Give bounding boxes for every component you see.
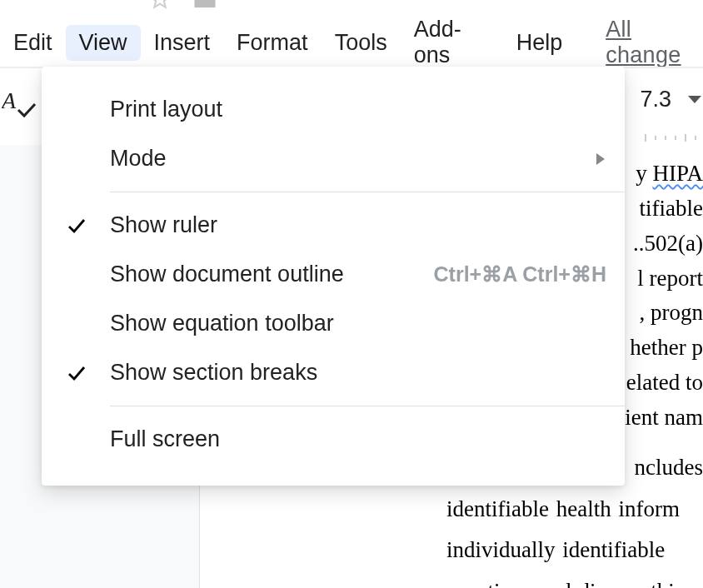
zoom-value: 7.3 — [640, 87, 671, 112]
menu-format[interactable]: Format — [223, 25, 322, 61]
chevron-down-icon — [688, 96, 701, 103]
menu-divider — [110, 406, 625, 406]
menu-item-print-layout[interactable]: Print layout — [42, 85, 625, 134]
menu-item-label: Full screen — [93, 426, 606, 452]
star-icon[interactable] — [149, 0, 171, 10]
check-icon — [67, 365, 93, 381]
menu-item-label: Mode — [93, 146, 595, 172]
menu-addons[interactable]: Add-ons — [401, 12, 503, 73]
menu-edit[interactable]: Edit — [0, 25, 66, 61]
view-dropdown-menu: Print layout Mode Show ruler Show docume… — [42, 67, 625, 486]
menu-item-label: Show document outline — [93, 262, 434, 287]
menu-item-show-equation[interactable]: Show equation toolbar — [42, 299, 625, 348]
menu-item-shortcut: Ctrl+⌘A Ctrl+⌘H — [434, 262, 606, 287]
svg-marker-0 — [152, 0, 170, 7]
menu-item-label: Show section breaks — [93, 360, 606, 386]
menu-item-label: Print layout — [93, 97, 606, 122]
spellcheck-icon[interactable]: A — [2, 90, 38, 118]
menu-view[interactable]: View — [66, 25, 141, 61]
all-changes-link[interactable]: All change — [606, 17, 703, 68]
document-title[interactable]: ıc HIPAA — [0, 0, 112, 7]
menu-help[interactable]: Help — [503, 25, 576, 61]
menu-insert[interactable]: Insert — [141, 25, 224, 61]
svg-marker-2 — [596, 153, 605, 165]
submenu-arrow-icon — [595, 152, 606, 166]
text-fragment: y — [636, 161, 652, 186]
text-fragment: individually identifiable — [200, 533, 703, 568]
menu-divider — [110, 192, 625, 192]
menu-item-show-outline[interactable]: Show document outline Ctrl+⌘A Ctrl+⌘H — [42, 250, 625, 299]
menu-tools[interactable]: Tools — [322, 25, 401, 61]
document-title-bar: ıc HIPAA — [0, 0, 703, 18]
check-icon — [67, 217, 93, 234]
menu-item-mode[interactable]: Mode — [42, 134, 625, 183]
svg-text:A: A — [2, 90, 17, 113]
zoom-control[interactable]: 7.3 — [640, 87, 701, 112]
menu-item-show-section-breaks[interactable]: Show section breaks — [42, 348, 625, 397]
menu-item-label: Show ruler — [93, 212, 606, 238]
menu-item-label: Show equation toolbar — [93, 311, 606, 336]
text-fragment: identifiable health inform — [200, 492, 703, 527]
text-fragment: questions and discuss this — [200, 575, 703, 588]
menu-item-show-ruler[interactable]: Show ruler — [42, 201, 625, 250]
menu-item-full-screen[interactable]: Full screen — [42, 415, 625, 464]
folder-move-icon[interactable] — [192, 0, 217, 10]
spellcheck-word[interactable]: HIPA — [652, 161, 703, 186]
menu-bar: Edit View Insert Format Tools Add-ons He… — [0, 18, 703, 67]
